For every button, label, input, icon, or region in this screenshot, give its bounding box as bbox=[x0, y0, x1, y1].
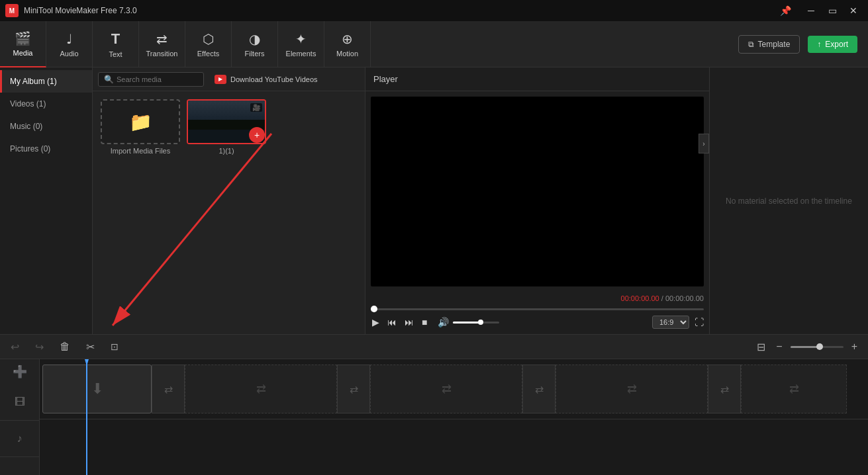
empty-clip-arrows-icon-4: ⇄ bbox=[627, 382, 637, 396]
template-stack-icon: ⧉ bbox=[748, 40, 754, 49]
control-buttons: ▶ ⏮ ⏭ ■ 🔊 16:9 9:16 4:3 1:1 ⛶ bbox=[371, 316, 704, 329]
minimize-button[interactable]: ─ bbox=[802, 4, 820, 17]
zoom-in-button[interactable]: + bbox=[849, 338, 860, 355]
timeline-transition-1[interactable]: ⇄ bbox=[152, 365, 185, 413]
total-time: 00:00:00.00 bbox=[665, 294, 704, 302]
sidebar: My Album (1) Videos (1) Music (0) Pictur… bbox=[0, 67, 93, 334]
effects-icon: ⬡ bbox=[203, 31, 214, 47]
close-button[interactable]: ✕ bbox=[844, 4, 863, 17]
toolbar-transition[interactable]: ⇄ Transition bbox=[139, 21, 185, 67]
sidebar-item-my-album[interactable]: My Album (1) bbox=[0, 70, 92, 93]
export-button[interactable]: ↑ Export bbox=[808, 36, 857, 53]
zoom-out-button[interactable]: − bbox=[773, 338, 785, 355]
toolbar-elements[interactable]: ✦ Elements bbox=[278, 21, 324, 67]
properties-panel: › No material selected on the timeline bbox=[709, 67, 868, 334]
transition-icon: ⇄ bbox=[156, 31, 168, 47]
stop-button[interactable]: ■ bbox=[420, 316, 428, 329]
timeline-empty-clip-4[interactable]: ⇄ bbox=[555, 365, 708, 413]
progress-bar-container[interactable] bbox=[371, 305, 704, 313]
video-label: 1)(1) bbox=[218, 147, 234, 155]
toolbar-text-label: Text bbox=[109, 50, 122, 58]
zoom-track[interactable] bbox=[791, 346, 844, 348]
sidebar-item-music[interactable]: Music (0) bbox=[0, 115, 92, 138]
zoom-fill bbox=[791, 346, 820, 348]
volume-fill bbox=[453, 322, 481, 324]
fullscreen-button[interactable]: ⛶ bbox=[695, 317, 704, 327]
toolbar-media[interactable]: 🎬 Media bbox=[0, 21, 46, 67]
video-cell: 🎥 + 1)(1) bbox=[187, 99, 266, 155]
timeline-empty-clip-3[interactable]: ⇄ bbox=[370, 365, 522, 413]
audio-track-button[interactable]: ♪ bbox=[0, 421, 39, 457]
delete-button[interactable]: 🗑 bbox=[57, 338, 73, 355]
timeline-clip-1[interactable]: ⬇ bbox=[42, 365, 152, 413]
toolbar-media-label: Media bbox=[13, 49, 33, 57]
prev-frame-button[interactable]: ⏮ bbox=[386, 316, 398, 329]
aspect-ratio-select[interactable]: 16:9 9:16 4:3 1:1 bbox=[652, 316, 689, 329]
toolbar-filters[interactable]: ◑ Filters bbox=[232, 21, 278, 67]
empty-clip-arrows-icon-3: ⇄ bbox=[442, 382, 452, 396]
next-frame-button[interactable]: ⏭ bbox=[403, 316, 415, 329]
toolbar-filters-label: Filters bbox=[245, 50, 265, 58]
transition-arrows-icon-3: ⇄ bbox=[535, 383, 544, 396]
panel-toggle-button[interactable]: › bbox=[699, 134, 709, 153]
timeline-transition-3[interactable]: ⇄ bbox=[522, 365, 555, 413]
sidebar-item-pictures[interactable]: Pictures (0) bbox=[0, 138, 92, 160]
toolbar-effects-label: Effects bbox=[197, 50, 219, 58]
music-note-icon: ♪ bbox=[17, 433, 23, 445]
zoom-dot bbox=[816, 343, 823, 350]
toolbar-text[interactable]: T Text bbox=[93, 21, 139, 67]
yt-button-label: Download YouTube Videos bbox=[230, 75, 318, 83]
media-panel: 🔍 ▶ Download YouTube Videos 📁 Import Med… bbox=[93, 67, 365, 334]
toolbar-motion-label: Motion bbox=[336, 50, 358, 58]
clip-download-icon: ⬇ bbox=[91, 380, 103, 398]
template-button-label: Template bbox=[758, 40, 791, 49]
youtube-download-button[interactable]: ▶ Download YouTube Videos bbox=[209, 72, 323, 87]
timeline-transition-2[interactable]: ⇄ bbox=[337, 365, 370, 413]
youtube-icon: ▶ bbox=[215, 75, 226, 84]
maximize-button[interactable]: ▭ bbox=[823, 4, 842, 17]
time-display: 00:00:00.00 / 00:00:00.00 bbox=[371, 294, 704, 302]
import-media-label: Import Media Files bbox=[111, 147, 170, 155]
video-thumb[interactable]: 🎥 + bbox=[187, 99, 266, 144]
player-panel: Player 00:00:00.00 / 00:00:00.00 ▶ ⏮ ⏭ ■… bbox=[365, 67, 709, 334]
redo-button[interactable]: ↪ bbox=[32, 338, 46, 356]
zoom-fit-button[interactable]: ⊟ bbox=[754, 338, 768, 356]
toolbar-transition-label: Transition bbox=[146, 50, 178, 58]
search-input[interactable] bbox=[117, 75, 198, 83]
template-button[interactable]: ⧉ Template bbox=[738, 35, 800, 54]
volume-track[interactable] bbox=[453, 322, 499, 324]
timeline-add-clip-button[interactable]: ➕ bbox=[0, 359, 39, 384]
add-clip-icon: ➕ bbox=[13, 365, 27, 379]
import-media-thumb[interactable]: 📁 bbox=[101, 99, 180, 144]
video-track-button[interactable]: 🎞 bbox=[0, 384, 39, 421]
progress-bar[interactable] bbox=[371, 308, 704, 310]
timeline-transition-4[interactable]: ⇄ bbox=[708, 365, 741, 413]
toolbar-effects[interactable]: ⬡ Effects bbox=[185, 21, 232, 67]
main-content: My Album (1) Videos (1) Music (0) Pictur… bbox=[0, 67, 868, 334]
media-grid: 📁 Import Media Files 🎥 + 1)(1 bbox=[93, 91, 365, 163]
toolbar-audio[interactable]: ♩ Audio bbox=[46, 21, 93, 67]
timeline-left: ➕ 🎞 ♪ bbox=[0, 359, 40, 475]
volume-icon[interactable]: 🔊 bbox=[436, 316, 450, 329]
toolbar-motion[interactable]: ⊕ Motion bbox=[324, 21, 371, 67]
film-icon: 🎞 bbox=[15, 396, 25, 408]
zoom-controls: ⊟ − + bbox=[754, 338, 860, 356]
search-box[interactable]: 🔍 bbox=[98, 72, 204, 87]
search-icon: 🔍 bbox=[104, 75, 114, 84]
cut-button[interactable]: ✂ bbox=[83, 338, 97, 356]
player-title: Player bbox=[373, 74, 398, 84]
add-video-button[interactable]: + bbox=[249, 127, 265, 143]
text-icon: T bbox=[111, 30, 120, 48]
player-screen bbox=[371, 97, 704, 286]
timeline-content: ⬇ ⇄ ⇄ ⇄ ⇄ ⇄ ⇄ bbox=[40, 359, 868, 475]
player-header: Player bbox=[365, 67, 709, 91]
import-folder-icon: 📁 bbox=[129, 111, 152, 133]
timeline-empty-clip-2[interactable]: ⇄ bbox=[185, 365, 337, 413]
time-separator: / bbox=[659, 294, 665, 302]
crop-button[interactable]: ⊡ bbox=[108, 339, 121, 355]
play-button[interactable]: ▶ bbox=[371, 316, 381, 329]
empty-clip-arrows-icon: ⇄ bbox=[256, 382, 266, 396]
sidebar-item-videos[interactable]: Videos (1) bbox=[0, 93, 92, 115]
timeline-empty-clip-5[interactable]: ⇄ bbox=[741, 365, 847, 413]
undo-button[interactable]: ↩ bbox=[8, 338, 22, 356]
